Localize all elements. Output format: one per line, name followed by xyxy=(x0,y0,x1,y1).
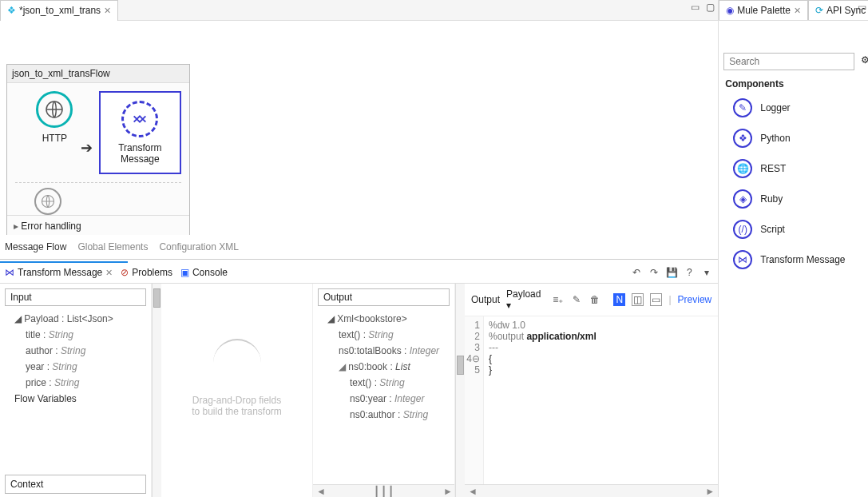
mapping-hint: Drag-and-Drop fields to build the transf… xyxy=(192,395,282,417)
code-gutter: 1234⊖5 xyxy=(465,316,484,485)
search-input[interactable] xyxy=(723,53,854,70)
payload-dropdown[interactable]: Payload ▾ xyxy=(506,288,545,311)
input-field[interactable]: price : String xyxy=(3,375,148,391)
output-hscroll[interactable]: ◄┃┃┃► xyxy=(313,484,454,497)
context-label[interactable]: Context xyxy=(5,475,146,494)
delete-icon[interactable]: 🗑 xyxy=(589,293,600,306)
output-field[interactable]: ns0:author : String xyxy=(316,407,451,423)
output-dropdown-label: Output xyxy=(471,294,500,305)
gear-icon[interactable]: ⚙ xyxy=(858,53,868,67)
output-scrollbar[interactable] xyxy=(455,284,465,498)
minimize-icon[interactable]: ▭ xyxy=(691,2,700,13)
close-icon[interactable]: ✕ xyxy=(104,6,111,16)
error-handling-section[interactable]: Error handling xyxy=(7,215,189,235)
view-mode-3-icon[interactable]: ▭ xyxy=(650,293,662,306)
flow-variables[interactable]: Flow Variables xyxy=(3,391,148,407)
input-panel: Input Payload : List<Json> title : Strin… xyxy=(0,284,152,498)
input-scrollbar[interactable] xyxy=(152,284,161,498)
components-list: ✎Logger❖Python🌐REST◈Ruby(/)Script⋈Transf… xyxy=(719,93,868,275)
close-icon[interactable]: ✕ xyxy=(105,268,113,278)
http-label: HTTP xyxy=(42,133,67,144)
component-icon: ◈ xyxy=(733,189,752,209)
view-mode-2-icon[interactable]: ◫ xyxy=(632,293,644,306)
console-icon: ▣ xyxy=(180,267,189,278)
input-field[interactable]: title : String xyxy=(3,327,148,343)
view-mode-1-icon[interactable]: N xyxy=(613,293,625,306)
response-placeholder[interactable] xyxy=(34,188,61,215)
lower-panel-tabs: ⋈ Transform Message ✕ ⊘ Problems ▣ Conso… xyxy=(0,263,718,284)
component-item[interactable]: 🌐REST xyxy=(722,153,868,184)
http-connector[interactable]: HTTP xyxy=(15,91,94,174)
code-editor[interactable]: %dw 1.0 %output application/xml --- { } xyxy=(484,316,601,485)
mapping-curve-icon xyxy=(213,339,261,363)
menu-icon[interactable]: ▾ xyxy=(700,266,713,279)
component-icon: (/) xyxy=(733,220,752,239)
problems-icon: ⊘ xyxy=(121,267,129,278)
input-tree[interactable]: Payload : List<Json> title : Stringautho… xyxy=(0,311,151,472)
tab-mule-palette[interactable]: ◉ Mule Palette ✕ xyxy=(719,0,808,20)
output-root[interactable]: Xml<bookstore> xyxy=(316,311,451,327)
tab-console[interactable]: ▣ Console xyxy=(180,267,228,278)
component-item[interactable]: ◈Ruby xyxy=(722,184,868,214)
component-icon: ⋈ xyxy=(733,250,752,269)
input-root[interactable]: Payload : List<Json> xyxy=(3,311,148,327)
component-label: Transform Message xyxy=(760,254,845,265)
transform-message-node[interactable]: Transform Message xyxy=(99,91,181,174)
flow-arrow-icon: ➔ xyxy=(81,139,93,157)
transform-label: Transform Message xyxy=(118,142,161,165)
transform-tab-icon: ⋈ xyxy=(5,267,14,278)
mapping-canvas[interactable]: Drag-and-Drop fields to build the transf… xyxy=(161,284,313,498)
output-field[interactable]: text() : String xyxy=(316,375,451,391)
edit-icon[interactable]: ✎ xyxy=(570,293,582,306)
component-item[interactable]: ⋈Transform Message xyxy=(722,245,868,275)
add-target-icon[interactable]: ≡₊ xyxy=(552,293,564,306)
code-editor-panel: Output Payload ▾ ≡₊ ✎ 🗑 N ◫ ▭ | Preview … xyxy=(465,284,718,498)
component-label: Script xyxy=(760,224,785,235)
component-icon: ✎ xyxy=(733,98,752,117)
palette-icon: ◉ xyxy=(726,5,734,16)
output-panel: Output Xml<bookstore> text() : Stringns0… xyxy=(313,284,455,498)
component-label: Ruby xyxy=(760,193,783,205)
output-tree[interactable]: Xml<bookstore> text() : Stringns0:totalB… xyxy=(313,311,454,485)
redo-icon[interactable]: ↷ xyxy=(648,266,660,279)
minimize-icon[interactable]: ▭ xyxy=(858,2,866,13)
editor-tab[interactable]: ❖ *json_to_xml_trans ✕ xyxy=(0,0,118,21)
output-field[interactable]: ns0:year : Integer xyxy=(316,391,451,407)
editor-tab-bar: ❖ *json_to_xml_trans ✕ ▭ ▢ xyxy=(0,0,718,21)
maximize-icon[interactable]: ▢ xyxy=(706,2,715,13)
component-icon: ❖ xyxy=(733,129,752,148)
component-icon: 🌐 xyxy=(733,159,752,178)
input-field[interactable]: year : String xyxy=(3,359,148,375)
flow-container[interactable]: json_to_xml_transFlow HTTP Transform Mes… xyxy=(6,64,190,235)
transform-icon xyxy=(121,101,158,137)
component-label: REST xyxy=(760,163,786,174)
flow-canvas[interactable]: json_to_xml_transFlow HTTP Transform Mes… xyxy=(0,21,718,235)
code-hscroll[interactable]: ◄► xyxy=(465,484,718,497)
globe-icon xyxy=(36,91,73,128)
tab-global-elements[interactable]: Global Elements xyxy=(77,241,148,252)
palette-panel: ◉ Mule Palette ✕ ⟳ API Sync ▭ ▢ ⚙ ▾ Comp… xyxy=(719,0,868,497)
input-label: Input xyxy=(5,288,146,306)
preview-link[interactable]: Preview xyxy=(678,294,712,305)
editor-tab-title: *json_to_xml_trans xyxy=(19,5,101,16)
tab-problems[interactable]: ⊘ Problems xyxy=(121,267,172,278)
components-heading: Components xyxy=(719,75,868,93)
save-icon[interactable]: 💾 xyxy=(665,266,678,279)
tab-transform-message[interactable]: ⋈ Transform Message ✕ xyxy=(5,267,113,278)
component-item[interactable]: (/)Script xyxy=(722,214,868,245)
output-field[interactable]: ns0:totalBooks : Integer xyxy=(316,343,451,359)
tab-message-flow[interactable]: Message Flow xyxy=(5,241,66,252)
component-item[interactable]: ❖Python xyxy=(722,123,868,153)
mule-icon: ❖ xyxy=(7,5,16,16)
close-icon[interactable]: ✕ xyxy=(794,6,801,16)
input-field[interactable]: author : String xyxy=(3,343,148,359)
undo-icon[interactable]: ↶ xyxy=(630,266,643,279)
output-field[interactable]: text() : String xyxy=(316,327,451,343)
output-field[interactable]: ns0:book : List xyxy=(316,359,451,375)
tab-configuration-xml[interactable]: Configuration XML xyxy=(159,241,238,252)
help-icon[interactable]: ? xyxy=(683,266,696,279)
api-sync-icon: ⟳ xyxy=(815,5,823,16)
output-label: Output xyxy=(318,288,450,306)
component-item[interactable]: ✎Logger xyxy=(722,93,868,123)
component-label: Python xyxy=(760,133,790,144)
